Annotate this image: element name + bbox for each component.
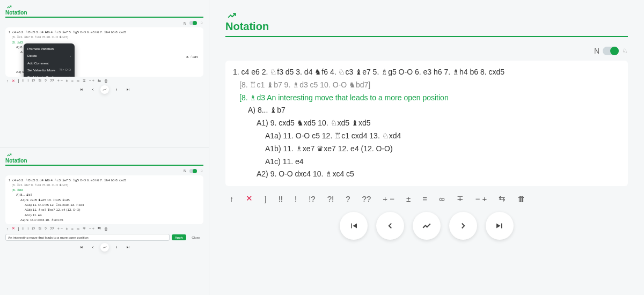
- move-A1a[interactable]: A1a) 11. O-O c5 12. ♖c1 cxd4 13. ♘xd4: [9, 202, 200, 207]
- anno-swap[interactable]: ⇆: [98, 226, 101, 231]
- anno-excl[interactable]: !: [27, 227, 28, 231]
- anno-up[interactable]: ↑: [6, 227, 9, 231]
- move-A1a[interactable]: A1a) 11. O-O c5 12. ♖c1 cxd4 13. ♘xd4: [233, 130, 620, 143]
- next-button[interactable]: [112, 243, 121, 252]
- anno-q[interactable]: ?: [346, 194, 350, 203]
- analysis-button[interactable]: [100, 243, 109, 252]
- anno-q-excl[interactable]: ?!: [38, 79, 41, 83]
- anno-x[interactable]: ✕: [12, 79, 15, 83]
- prev-button[interactable]: [376, 212, 404, 240]
- close-button[interactable]: Close: [188, 234, 203, 240]
- anno-up[interactable]: ↑: [6, 79, 9, 83]
- analysis-button[interactable]: [413, 212, 441, 240]
- anno-dbl-excl[interactable]: !!: [279, 194, 283, 203]
- move-A2[interactable]: A2) 9. O-O dxc4 10. ♗xc4 c5: [233, 168, 620, 181]
- ctx-set-value-move[interactable]: Set Value for Move?! > O-O: [24, 67, 75, 73]
- anno-plus-minus[interactable]: + −: [57, 79, 63, 83]
- anno-bracket[interactable]: ]: [18, 227, 19, 231]
- anno-q-excl[interactable]: ?!: [38, 227, 41, 231]
- notation-toggle[interactable]: [189, 169, 197, 173]
- knight-icon: ♘: [200, 169, 203, 173]
- move-A1b[interactable]: A1b) 11. ♗xe7 ♛xe7 12. e4 (12. O-O): [233, 143, 620, 156]
- move-var1[interactable]: [8. ♖c1 ♝b7 9. ♗d3 c5 10. O-O ♞bd7]: [9, 34, 200, 39]
- ctx-promote-variation[interactable]: Promote Variation: [24, 45, 75, 52]
- move-A1c[interactable]: A1c) 11. e4: [9, 212, 200, 217]
- move-var1[interactable]: [8. ♖c1 ♝b7 9. ♗d3 c5 10. O-O ♞bd7]: [233, 79, 620, 92]
- next-button[interactable]: [112, 85, 121, 94]
- anno-plus-minus[interactable]: + −: [57, 227, 63, 231]
- anno-plus-minus-sign[interactable]: ±: [66, 79, 68, 83]
- anno-eq[interactable]: =: [422, 194, 427, 203]
- move-main[interactable]: 1. c4 e6 2. ♘f3 d5 3. d4 ♞f6 4. ♘c3 ♝e7 …: [9, 30, 200, 34]
- next-button[interactable]: [449, 212, 477, 240]
- anno-inf[interactable]: ∞: [77, 227, 79, 231]
- anno-swap[interactable]: ⇆: [499, 194, 506, 203]
- anno-q[interactable]: ?: [45, 79, 47, 83]
- anno-dbl-excl[interactable]: !!: [22, 79, 24, 83]
- ctx-add-comment[interactable]: Add Comment: [24, 60, 75, 67]
- move-var2[interactable]: [8. ♗d3: [9, 187, 200, 192]
- anno-plus-minus-sign[interactable]: ±: [406, 194, 411, 203]
- anno-inf[interactable]: ∞: [439, 194, 445, 203]
- anno-minus-plus[interactable]: − +: [89, 79, 94, 83]
- anno-minus-plus-sign[interactable]: ∓: [83, 79, 86, 83]
- anno-plus-minus-sign[interactable]: ±: [66, 227, 68, 231]
- anno-dbl-q[interactable]: ??: [50, 79, 54, 83]
- move-main[interactable]: 1. c4 e6 2. ♘f3 d5 3. d4 ♞f6 4. ♘c3 ♝e7 …: [233, 66, 620, 79]
- knight-icon: ♘: [622, 47, 628, 55]
- anno-q-excl[interactable]: ?!: [327, 194, 334, 203]
- move-A1b[interactable]: A1b) 11. ♗xe7 ♛xe7 12. e4 (12. O-O): [9, 207, 200, 212]
- apply-button[interactable]: Apply: [172, 234, 186, 240]
- first-button[interactable]: [77, 85, 85, 94]
- anno-dbl-q[interactable]: ??: [362, 194, 371, 203]
- move-main[interactable]: 1. c4 e6 2. ♘f3 d5 3. d4 ♞f6 4. ♘c3 ♝e7 …: [9, 178, 200, 182]
- logo-icon: [5, 4, 203, 10]
- last-button[interactable]: [124, 85, 133, 94]
- anno-swap[interactable]: ⇆: [98, 79, 101, 83]
- anno-x[interactable]: ✕: [246, 194, 253, 203]
- move-var2[interactable]: [8. ♗d3 An interesting move that leads t…: [233, 92, 620, 105]
- anno-eq[interactable]: =: [71, 79, 74, 83]
- anno-trash[interactable]: 🗑: [104, 227, 108, 231]
- anno-dbl-q[interactable]: ??: [50, 227, 54, 231]
- ctx-delete[interactable]: Delete›: [24, 52, 75, 59]
- last-button[interactable]: [124, 243, 133, 252]
- anno-excl[interactable]: !: [295, 194, 297, 203]
- analysis-button[interactable]: [100, 85, 109, 94]
- anno-bracket[interactable]: ]: [265, 194, 267, 203]
- last-button[interactable]: [486, 212, 514, 240]
- move-A1c[interactable]: A1c) 11. e4: [233, 156, 620, 168]
- prev-button[interactable]: [89, 85, 97, 94]
- anno-excl-q[interactable]: !?: [309, 194, 316, 203]
- move-A1[interactable]: A1) 9. cxd5 ♞xd5 10. ♘xd5 ♝xd5: [233, 117, 620, 130]
- move-var1[interactable]: [8. ♖c1 ♝b7 9. ♗d3 c5 10. O-O ♞bd7]: [9, 182, 200, 187]
- comment-input[interactable]: [5, 234, 170, 241]
- anno-bracket[interactable]: ]: [18, 79, 19, 83]
- notation-toggle[interactable]: [189, 21, 197, 25]
- first-button[interactable]: [340, 212, 368, 240]
- anno-excl-q[interactable]: !?: [32, 79, 35, 83]
- anno-excl-q[interactable]: !?: [32, 227, 35, 231]
- move-A[interactable]: A) 8... ♝b7: [9, 192, 200, 197]
- anno-dbl-excl[interactable]: !!: [22, 227, 24, 231]
- anno-eq[interactable]: =: [71, 227, 74, 231]
- notation-toggle[interactable]: [603, 47, 619, 55]
- anno-x[interactable]: ✕: [12, 226, 15, 231]
- anno-minus-plus-sign[interactable]: ∓: [83, 226, 86, 231]
- anno-minus-plus-sign[interactable]: ∓: [457, 194, 464, 203]
- move-A2[interactable]: A2) 9. O-O dxc4 10. ♗xc4 c5: [9, 217, 200, 222]
- anno-up[interactable]: ↑: [230, 194, 234, 203]
- anno-minus-plus[interactable]: − +: [475, 194, 487, 203]
- move-A[interactable]: A) 8... ♝b7: [233, 104, 620, 117]
- prev-button[interactable]: [89, 243, 97, 252]
- anno-inf[interactable]: ∞: [77, 79, 79, 83]
- anno-trash[interactable]: 🗑: [104, 79, 108, 83]
- ctx-set-value-position[interactable]: Set Value to Position= >: [24, 73, 75, 76]
- move-A1[interactable]: A1) 9. cxd5 ♞xd5 10. ♘xd5 ♝xd5: [9, 197, 200, 202]
- first-button[interactable]: [77, 243, 85, 252]
- anno-plus-minus[interactable]: + −: [383, 194, 394, 203]
- anno-excl[interactable]: !: [27, 79, 28, 83]
- anno-trash[interactable]: 🗑: [517, 194, 525, 203]
- anno-q[interactable]: ?: [45, 227, 47, 231]
- anno-minus-plus[interactable]: − +: [89, 227, 94, 231]
